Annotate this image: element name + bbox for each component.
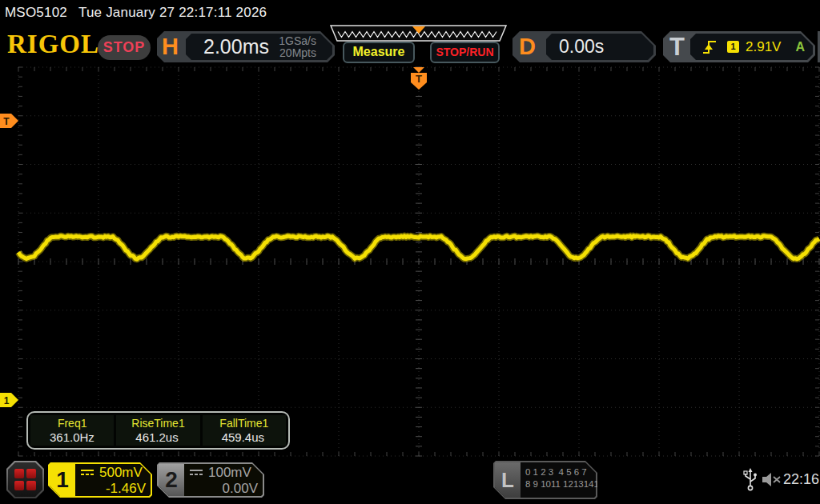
trigger-level-marker[interactable]: T <box>0 114 18 128</box>
channel2-block[interactable]: 2 100mV 0.00V <box>157 462 264 498</box>
dc-coupling-icon <box>80 469 95 478</box>
svg-text:T: T <box>416 73 422 85</box>
ch1-zero-marker[interactable]: 1 <box>0 393 18 407</box>
channel2-offset: 0.00V <box>189 481 258 497</box>
measurement-falltime: FallTime1 459.4us <box>203 415 286 446</box>
menu-grid-icon <box>8 462 42 497</box>
clock: 22:16 <box>783 471 819 488</box>
usb-icon <box>743 468 758 492</box>
logic-channels-block[interactable]: L 0 1 2 3 4 5 6 78 9 1011 12131415 <box>493 461 597 499</box>
dc-coupling-icon <box>189 469 204 478</box>
logic-label: L <box>495 462 521 498</box>
svg-text:T: T <box>3 116 10 127</box>
channel2-scale: 100mV <box>208 465 251 481</box>
channel1-scale: 500mV <box>99 465 143 481</box>
measurement-risetime: RiseTime1 461.2us <box>116 415 199 446</box>
oscilloscope-screen: MSO5102Tue January 27 22:17:11 2026 RIGO… <box>0 0 820 504</box>
measurement-results-box[interactable]: Freq1 361.0Hz RiseTime1 461.2us FallTime… <box>26 411 290 450</box>
main-menu-button[interactable] <box>6 461 44 498</box>
channel1-block[interactable]: 1 500mV -1.46V <box>48 462 152 498</box>
channel1-offset: -1.46V <box>80 481 146 497</box>
logic-channel-numbers: 0 1 2 3 4 5 6 78 9 1011 12131415 <box>525 466 604 490</box>
measurement-freq: Freq1 361.0Hz <box>30 415 114 446</box>
trigger-position-marker[interactable]: T <box>409 67 428 90</box>
svg-text:1: 1 <box>4 395 10 406</box>
speaker-muted-icon <box>761 470 782 489</box>
